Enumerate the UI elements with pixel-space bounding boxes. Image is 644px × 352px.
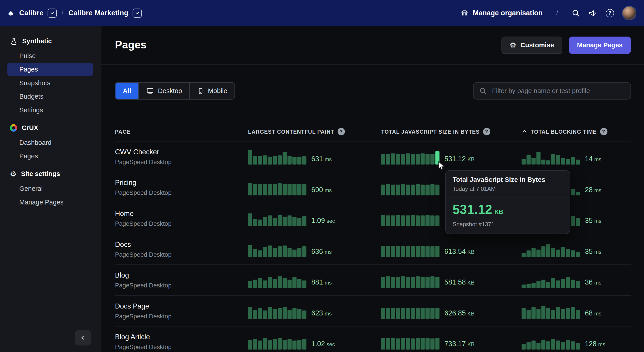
chart-bar[interactable] [278,276,282,288]
chart-bar[interactable] [416,338,420,349]
chart-bar[interactable] [576,192,580,196]
chart-bar[interactable] [541,340,545,349]
chart-bar[interactable] [420,153,424,164]
chart-bar[interactable] [248,245,252,257]
calibre-logo-icon[interactable]: ♠ [8,8,14,18]
chart-bar[interactable] [430,276,434,288]
chart-bar[interactable] [541,306,545,319]
column-header-js-size[interactable]: TOTAL JAVASCRIPT SIZE IN BYTES ? [381,128,522,135]
chart-bar[interactable] [273,184,277,196]
chart-bar[interactable] [263,155,267,164]
chart-bar[interactable] [282,184,286,196]
chart-bar[interactable] [430,338,434,350]
chart-bar[interactable] [288,280,292,288]
chart-bar[interactable] [396,154,400,164]
chart-bar[interactable] [297,248,302,257]
chart-bar[interactable] [435,185,439,196]
chart-bar[interactable] [406,277,410,288]
js-size-sparkline[interactable] [381,149,439,164]
project-switcher-button[interactable] [132,9,142,18]
help-icon[interactable]: ? [483,128,490,135]
chart-bar[interactable] [411,154,415,164]
chart-bar[interactable] [531,248,536,257]
chart-bar[interactable] [546,282,550,288]
manage-pages-button[interactable]: Manage Pages [569,36,631,54]
chart-bar[interactable] [263,280,267,288]
tbt-sparkline[interactable] [522,303,580,319]
chart-bar[interactable] [268,277,272,288]
chart-bar[interactable] [292,157,296,164]
page-name[interactable]: Home [115,210,248,218]
chart-bar[interactable] [302,216,306,226]
page-name[interactable]: Blog Article [115,333,248,341]
chart-bar[interactable] [278,246,282,257]
chart-bar[interactable] [576,160,580,164]
chart-bar[interactable] [411,277,415,288]
chart-bar[interactable] [406,246,410,257]
chart-bar[interactable] [526,284,530,288]
chart-bar[interactable] [282,217,286,226]
table-row[interactable]: CWV Checker PageSpeed Desktop 631ms 531.… [115,141,631,172]
org-name[interactable]: Calibre [19,9,44,17]
tbt-sparkline[interactable] [522,334,580,349]
chart-bar[interactable] [420,185,424,196]
chart-bar[interactable] [386,184,390,196]
chart-bar[interactable] [292,308,296,319]
chart-bar[interactable] [302,156,306,164]
chart-bar[interactable] [268,246,272,257]
js-size-sparkline[interactable] [381,211,439,226]
chart-bar[interactable] [381,154,385,164]
chart-bar[interactable] [536,152,540,164]
chart-bar[interactable] [268,340,272,349]
page-name[interactable]: Blog [115,272,248,280]
column-header-lcp[interactable]: LARGEST CONTENTFUL PAINT ? [248,128,381,135]
sidebar-item-crux-pages[interactable]: Pages [8,150,93,163]
manage-organisation-link[interactable]: Manage organisation [460,9,543,17]
chart-bar[interactable] [566,249,570,257]
chart-bar[interactable] [297,309,302,319]
help-icon[interactable]: ? [606,9,614,17]
chart-bar[interactable] [566,277,570,288]
chart-bar[interactable] [561,247,565,257]
chart-bar[interactable] [396,185,400,196]
page-name[interactable]: CWV Checker [115,148,248,156]
chart-bar[interactable] [430,154,434,164]
chart-bar[interactable] [401,216,405,226]
chart-bar[interactable] [435,216,439,226]
chart-bar[interactable] [258,278,262,288]
chart-bar[interactable] [435,308,439,319]
sidebar-item-snapshots[interactable]: Snapshots [8,76,93,90]
chart-bar[interactable] [411,338,415,350]
chart-bar[interactable] [526,250,530,257]
sidebar-item-general[interactable]: General [8,182,93,196]
chart-bar[interactable] [556,307,560,319]
chart-bar[interactable] [551,154,555,164]
chart-bar[interactable] [278,338,282,349]
chart-bar[interactable] [541,160,545,164]
chart-bar[interactable] [522,344,526,349]
chart-bar[interactable] [420,246,424,257]
chart-bar[interactable] [401,338,405,349]
chart-bar[interactable] [435,277,439,288]
chart-bar[interactable] [576,310,580,319]
chart-bar[interactable] [297,184,302,195]
tbt-sparkline[interactable] [522,272,580,288]
chart-bar[interactable] [253,156,257,164]
chart-bar[interactable] [435,151,439,164]
chart-bar[interactable] [406,185,410,196]
chart-bar[interactable] [391,185,395,196]
chart-bar[interactable] [522,284,526,288]
chart-bar[interactable] [416,246,420,257]
chart-bar[interactable] [292,340,296,349]
chart-bar[interactable] [430,308,434,319]
chart-bar[interactable] [430,246,434,257]
chart-bar[interactable] [263,310,267,319]
chart-bar[interactable] [273,248,277,257]
chart-bar[interactable] [258,340,262,349]
chart-bar[interactable] [248,214,252,226]
chart-bar[interactable] [253,249,257,257]
org-switcher-button[interactable] [48,9,56,18]
page-name[interactable]: Docs Page [115,302,248,310]
chart-bar[interactable] [258,308,262,319]
chart-bar[interactable] [391,338,395,349]
